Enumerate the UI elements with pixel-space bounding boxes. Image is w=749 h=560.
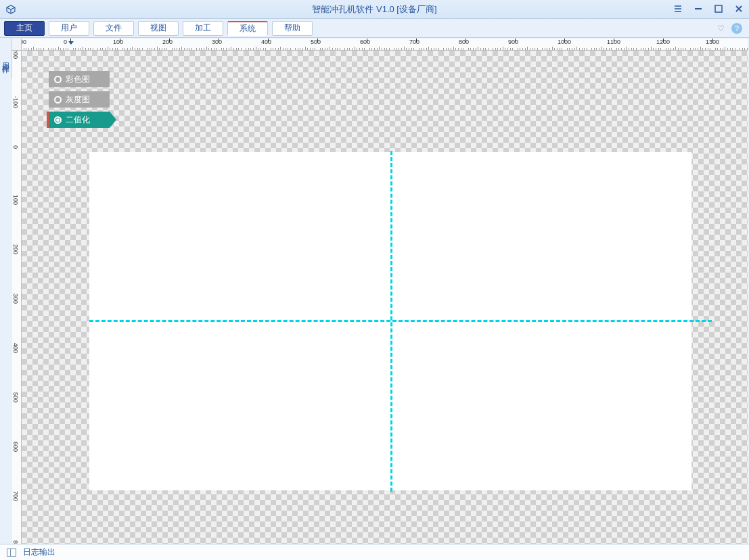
ruler-horizontal: -100010020030040050060070080090010001100… (22, 39, 748, 51)
statusbar: 日志输出 (0, 544, 749, 560)
ruler-vertical: -200-1000100200300400500600700800 (12, 51, 22, 544)
option-color[interactable]: 彩色图 (49, 71, 110, 87)
tab-home[interactable]: 主页 (4, 21, 45, 36)
radio-icon (54, 96, 62, 103)
heart-icon[interactable]: ♡ (717, 24, 725, 33)
crosshair-horizontal (89, 320, 712, 322)
sidebar-tab-user-operations[interactable]: 用户操作 (0, 39, 12, 79)
close-icon[interactable] (733, 3, 745, 15)
radio-icon (54, 116, 62, 124)
option-label: 彩色图 (66, 74, 90, 85)
menubar: 主页 用户 文件 视图 加工 系统 帮助 ♡ ? (0, 19, 749, 38)
canvas[interactable] (22, 51, 748, 544)
tab-user[interactable]: 用户 (49, 21, 89, 36)
ruler-corner (12, 39, 22, 51)
window-controls (672, 3, 745, 15)
svg-rect-0 (715, 5, 722, 12)
tab-view[interactable]: 视图 (138, 21, 179, 36)
tab-help[interactable]: 帮助 (272, 21, 313, 36)
help-icon[interactable]: ? (731, 23, 742, 34)
tab-process[interactable]: 加工 (183, 21, 223, 36)
tab-file[interactable]: 文件 (93, 21, 134, 36)
minimize-icon[interactable] (692, 3, 704, 15)
radio-icon (54, 76, 62, 83)
panel-icon[interactable] (7, 549, 16, 557)
maximize-icon[interactable] (712, 3, 725, 15)
option-grayscale[interactable]: 灰度图 (49, 91, 110, 108)
app-title: 智能冲孔机软件 V1.0 [设备厂商] (312, 3, 436, 16)
menu-icon[interactable] (672, 3, 684, 15)
display-mode-options: 彩色图 灰度图 二值化 (49, 71, 110, 128)
status-log-label[interactable]: 日志输出 (23, 546, 55, 558)
option-label: 灰度图 (66, 94, 90, 106)
titlebar: 智能冲孔机软件 V1.0 [设备厂商] (0, 0, 749, 19)
option-binarize[interactable]: 二值化 (49, 112, 110, 128)
app-logo-icon (5, 4, 16, 15)
option-label: 二值化 (66, 114, 90, 126)
tab-system[interactable]: 系统 (227, 21, 268, 36)
